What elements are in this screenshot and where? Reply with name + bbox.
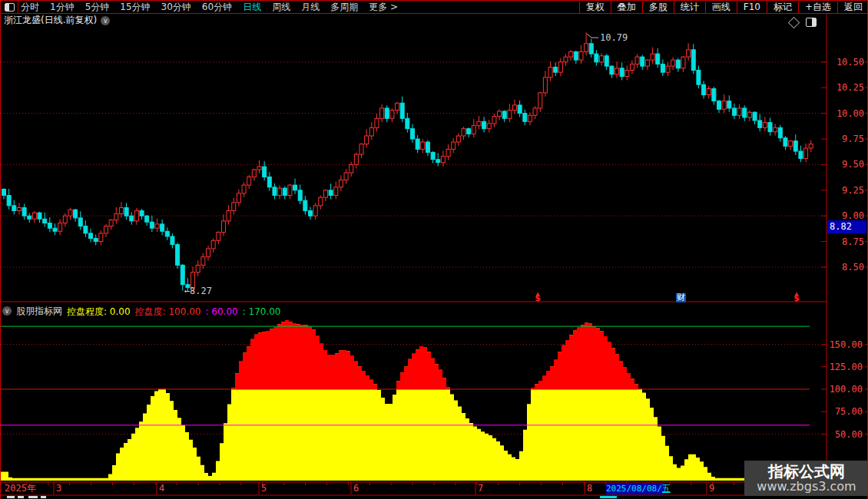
candle <box>283 188 287 195</box>
candle <box>17 208 21 211</box>
indicator-axis-label: 100.00 <box>830 384 863 395</box>
indicator-param: : 170.00 <box>243 306 281 317</box>
candle <box>472 126 475 134</box>
candle <box>78 218 82 226</box>
candle <box>252 170 256 177</box>
event-marker-money[interactable]: ▲$ <box>792 292 801 301</box>
candle <box>43 219 47 223</box>
candle <box>273 187 277 196</box>
indicator-axis-label: 150.00 <box>830 339 863 350</box>
candle <box>53 228 57 231</box>
candle <box>267 177 271 187</box>
month-label: 9 <box>709 483 714 494</box>
indicator-params: 控盘程度: 0.00控盘度: 100.00: 60.00: 170.00 <box>67 303 286 319</box>
candle <box>558 62 562 72</box>
candle <box>513 105 517 111</box>
candle <box>329 190 333 196</box>
candle <box>809 144 813 148</box>
candle <box>309 211 313 216</box>
candle <box>789 141 793 147</box>
candle <box>482 121 486 128</box>
candle <box>595 54 598 62</box>
candle <box>375 118 379 127</box>
price-axis-label: 10.25 <box>837 82 864 93</box>
event-marker-money[interactable]: ▲$ <box>533 292 542 301</box>
price-axis-label: 8.75 <box>842 236 864 247</box>
candle <box>732 108 736 115</box>
indicator-axis-label: 50.00 <box>835 429 863 440</box>
candle <box>334 187 338 196</box>
candle <box>140 211 144 216</box>
candle <box>406 118 409 128</box>
candle <box>211 240 215 249</box>
candle <box>625 70 629 76</box>
indicator-header: ∨ 股朋指标网 控盘程度: 0.00控盘度: 100.00: 60.00: 17… <box>2 306 286 316</box>
candle <box>645 60 649 66</box>
candle <box>543 78 547 93</box>
candle <box>743 108 747 117</box>
candle <box>421 142 425 149</box>
indicator-chevron-icon[interactable]: ∨ <box>2 306 12 316</box>
candle <box>28 216 31 219</box>
candle <box>38 213 41 219</box>
indicator-param: 控盘程度: 0.00 <box>67 306 131 317</box>
month-label: 7 <box>478 483 483 494</box>
price-axis-label: 9.50 <box>842 159 864 170</box>
candle <box>620 68 624 77</box>
candle <box>446 149 450 156</box>
watermark-url: www.zbgs3.com <box>757 480 856 494</box>
candle <box>134 211 138 221</box>
candle <box>676 60 680 68</box>
candle <box>319 197 323 206</box>
candle <box>48 223 51 229</box>
candle <box>196 265 200 272</box>
candle <box>288 185 292 195</box>
candle <box>452 142 456 149</box>
candle <box>104 226 108 233</box>
candle <box>165 231 169 236</box>
candle <box>610 66 614 74</box>
candle <box>804 148 808 158</box>
candle <box>462 129 465 136</box>
indicator-param: : 60.00 <box>205 306 237 317</box>
candle <box>400 103 404 118</box>
candle <box>498 111 502 117</box>
high-annotation: 10.79 <box>600 32 628 43</box>
indicator-param: 控盘度: 100.00 <box>135 306 201 317</box>
indicator-axis-label: 125.00 <box>830 362 863 372</box>
chart-canvas[interactable]: 10.5010.2510.009.759.509.259.008.758.501… <box>1 0 868 499</box>
candle <box>651 54 654 60</box>
candle <box>201 257 205 266</box>
candle <box>130 216 134 221</box>
selected-date-box[interactable]: 2025/08/08/五 <box>606 483 664 494</box>
candle <box>778 127 782 137</box>
candle <box>416 139 419 149</box>
candle <box>119 208 123 214</box>
candle <box>456 136 460 142</box>
low-annotation: ←8.27 <box>184 286 212 296</box>
annotation-pointer <box>587 34 598 38</box>
month-label: 5 <box>261 483 267 494</box>
candle <box>369 127 373 136</box>
candle <box>768 123 772 132</box>
candle <box>161 224 164 231</box>
candle <box>467 129 471 134</box>
indicator-axis-label: 75.00 <box>835 406 863 417</box>
candle <box>313 206 317 216</box>
candle <box>538 93 542 108</box>
candle <box>671 60 675 66</box>
candle <box>691 50 695 71</box>
candle <box>784 138 787 147</box>
candle <box>7 195 11 205</box>
month-label: 6 <box>353 483 359 494</box>
candle <box>145 216 149 222</box>
candle <box>242 185 246 193</box>
event-marker-finance[interactable]: 财 <box>676 293 686 302</box>
price-axis-label: 10.50 <box>837 57 864 68</box>
candle <box>89 233 93 239</box>
selected-weekday: 五 <box>662 484 671 494</box>
candle <box>793 141 797 151</box>
candle <box>799 151 803 158</box>
candle <box>605 56 608 66</box>
month-label: 2025年 <box>5 483 36 494</box>
